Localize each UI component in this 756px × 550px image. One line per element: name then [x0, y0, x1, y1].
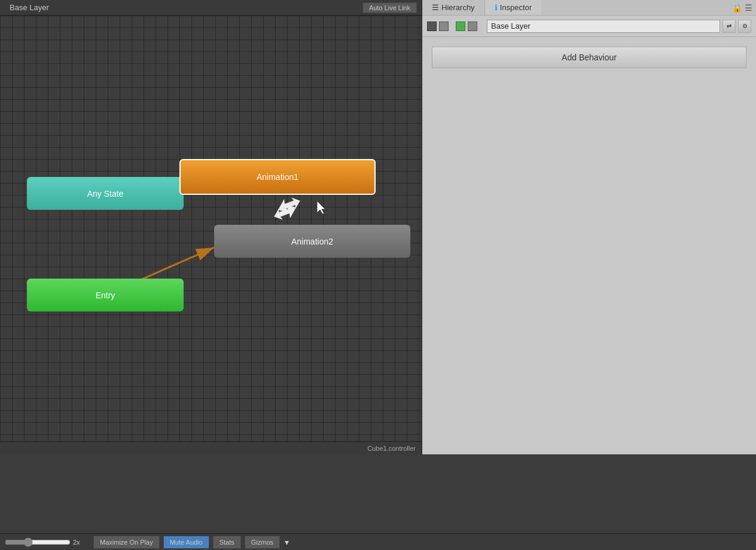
- cursor: [317, 201, 329, 215]
- svg-marker-2: [275, 194, 302, 215]
- more-options-icon[interactable]: ☰: [745, 3, 752, 13]
- any-state-label: Any State: [87, 189, 124, 198]
- stats-button[interactable]: Stats: [213, 536, 241, 549]
- mute-audio-button[interactable]: Mute Audio: [163, 536, 209, 549]
- layer-icon-light2: [468, 22, 477, 31]
- animator-header: Base Layer Auto Live Link: [0, 0, 422, 16]
- bottom-toolbar: 2x Maximize On Play Mute Audio Stats Giz…: [0, 533, 756, 550]
- tab-hierarchy-label: Hierarchy: [441, 3, 475, 12]
- animator-canvas[interactable]: Any State Entry Animation1 Animation2: [0, 16, 422, 441]
- inspector-window-controls: 🔒 ☰: [732, 3, 756, 13]
- zoom-slider[interactable]: [5, 537, 71, 547]
- animation1-node[interactable]: Animation1: [179, 159, 376, 195]
- animator-footer: Cube1.controller: [0, 441, 422, 454]
- top-section: Base Layer Auto Live Link: [0, 0, 756, 533]
- svg-marker-3: [272, 201, 299, 223]
- inspector-content: Add Behaviour: [422, 37, 756, 454]
- lock-icon[interactable]: 🔒: [732, 3, 742, 13]
- network-icon-btn[interactable]: ⇄: [723, 20, 736, 33]
- layer-icon-green: [456, 22, 465, 31]
- entry-label: Entry: [96, 291, 115, 300]
- tab-inspector[interactable]: ℹ Inspector: [485, 0, 541, 15]
- entry-node[interactable]: Entry: [27, 279, 184, 311]
- layer-name-input[interactable]: [487, 20, 720, 33]
- animator-title: Base Layer: [5, 2, 67, 13]
- file-name: Cube1.controller: [367, 445, 416, 452]
- inspector-header-bar: ☰ Hierarchy ℹ Inspector 🔒 ☰: [422, 0, 756, 16]
- inspector-panel: ☰ Hierarchy ℹ Inspector 🔒 ☰: [422, 0, 756, 454]
- more-toolbar-icon[interactable]: ▾: [285, 537, 289, 547]
- inspector-toolbar: ⇄ ⚙: [422, 16, 756, 37]
- main-container: Base Layer Auto Live Link: [0, 0, 756, 550]
- animation1-label: Animation1: [257, 172, 298, 182]
- animation2-label: Animation2: [291, 237, 333, 246]
- add-behaviour-button[interactable]: Add Behaviour: [432, 47, 746, 68]
- slider-container: 2x: [5, 537, 90, 547]
- svg-marker-4: [317, 201, 325, 214]
- tab-hierarchy[interactable]: ☰ Hierarchy: [422, 0, 485, 15]
- layer-icon-light1: [439, 22, 449, 31]
- inspector-icon: ℹ: [495, 3, 498, 12]
- any-state-node[interactable]: Any State: [27, 177, 184, 210]
- animation2-node[interactable]: Animation2: [214, 225, 410, 258]
- auto-live-link-button[interactable]: Auto Live Link: [362, 2, 417, 13]
- tab-inspector-label: Inspector: [500, 3, 532, 12]
- layer-icon-dark1: [427, 22, 437, 31]
- gizmos-button[interactable]: Gizmos: [245, 536, 280, 549]
- settings-icon-btn[interactable]: ⚙: [738, 20, 751, 33]
- hierarchy-icon: ☰: [432, 3, 439, 12]
- maximize-on-play-button[interactable]: Maximize On Play: [93, 536, 160, 549]
- animator-panel: Base Layer Auto Live Link: [0, 0, 422, 454]
- transition-arrows: [272, 194, 302, 224]
- zoom-label: 2x: [73, 539, 90, 546]
